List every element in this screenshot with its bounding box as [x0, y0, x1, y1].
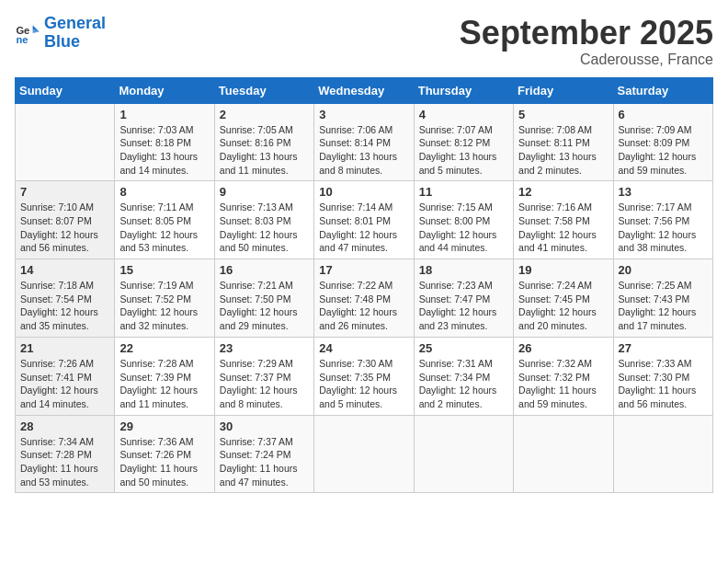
day-info: Sunrise: 7:18 AM Sunset: 7:54 PM Dayligh…: [20, 279, 109, 333]
calendar-cell: [613, 415, 712, 493]
day-info: Sunrise: 7:06 AM Sunset: 8:14 PM Dayligh…: [319, 123, 408, 178]
calendar-cell: 12Sunrise: 7:16 AM Sunset: 7:58 PM Dayli…: [514, 181, 613, 259]
logo-text-blue: Blue: [44, 32, 80, 51]
calendar-cell: 5Sunrise: 7:08 AM Sunset: 8:11 PM Daylig…: [514, 103, 613, 181]
day-info: Sunrise: 7:26 AM Sunset: 7:41 PM Dayligh…: [20, 357, 109, 411]
day-number: 16: [220, 263, 309, 277]
header-cell-saturday: Saturday: [613, 77, 712, 103]
week-row-1: 7Sunrise: 7:10 AM Sunset: 8:07 PM Daylig…: [16, 181, 713, 259]
day-number: 6: [619, 108, 708, 121]
calendar-cell: 29Sunrise: 7:36 AM Sunset: 7:26 PM Dayli…: [115, 415, 214, 493]
day-number: 30: [220, 419, 309, 433]
day-info: Sunrise: 7:34 AM Sunset: 7:28 PM Dayligh…: [20, 435, 109, 489]
day-number: 2: [220, 108, 309, 121]
day-number: 8: [119, 185, 209, 199]
calendar-cell: 20Sunrise: 7:25 AM Sunset: 7:43 PM Dayli…: [613, 259, 712, 338]
day-info: Sunrise: 7:08 AM Sunset: 8:11 PM Dayligh…: [518, 123, 608, 178]
calendar-cell: 1Sunrise: 7:03 AM Sunset: 8:18 PM Daylig…: [115, 103, 214, 181]
calendar-cell: 6Sunrise: 7:09 AM Sunset: 8:09 PM Daylig…: [613, 103, 712, 181]
day-info: Sunrise: 7:16 AM Sunset: 7:58 PM Dayligh…: [518, 201, 608, 255]
calendar-cell: 24Sunrise: 7:30 AM Sunset: 7:35 PM Dayli…: [314, 337, 414, 415]
day-info: Sunrise: 7:21 AM Sunset: 7:50 PM Dayligh…: [220, 279, 309, 333]
day-info: Sunrise: 7:19 AM Sunset: 7:52 PM Dayligh…: [119, 279, 209, 333]
calendar-cell: 9Sunrise: 7:13 AM Sunset: 8:03 PM Daylig…: [214, 181, 313, 259]
header-cell-sunday: Sunday: [16, 77, 115, 103]
day-number: 15: [119, 263, 209, 277]
day-number: 10: [319, 185, 408, 199]
calendar-cell: 17Sunrise: 7:22 AM Sunset: 7:48 PM Dayli…: [314, 259, 414, 338]
day-number: 25: [419, 341, 508, 355]
day-info: Sunrise: 7:33 AM Sunset: 7:30 PM Dayligh…: [619, 357, 708, 411]
calendar-cell: [314, 415, 414, 493]
day-number: 26: [518, 341, 608, 355]
calendar-cell: 11Sunrise: 7:15 AM Sunset: 8:00 PM Dayli…: [414, 181, 513, 259]
day-info: Sunrise: 7:37 AM Sunset: 7:24 PM Dayligh…: [220, 435, 309, 489]
week-row-3: 21Sunrise: 7:26 AM Sunset: 7:41 PM Dayli…: [16, 337, 713, 415]
day-number: 27: [619, 341, 708, 355]
day-number: 20: [619, 263, 708, 277]
title-area: September 2025 Caderousse, France: [460, 15, 713, 68]
calendar-cell: 13Sunrise: 7:17 AM Sunset: 7:56 PM Dayli…: [613, 181, 712, 259]
calendar-cell: 27Sunrise: 7:33 AM Sunset: 7:30 PM Dayli…: [613, 337, 712, 415]
header-cell-tuesday: Tuesday: [214, 77, 313, 103]
calendar-cell: 3Sunrise: 7:06 AM Sunset: 8:14 PM Daylig…: [314, 103, 414, 181]
header-cell-wednesday: Wednesday: [314, 77, 414, 103]
calendar-cell: 30Sunrise: 7:37 AM Sunset: 7:24 PM Dayli…: [214, 415, 313, 493]
calendar-cell: 18Sunrise: 7:23 AM Sunset: 7:47 PM Dayli…: [414, 259, 513, 338]
day-number: 23: [220, 341, 309, 355]
calendar-header: SundayMondayTuesdayWednesdayThursdayFrid…: [16, 77, 713, 103]
calendar-cell: 15Sunrise: 7:19 AM Sunset: 7:52 PM Dayli…: [115, 259, 214, 338]
calendar-cell: 4Sunrise: 7:07 AM Sunset: 8:12 PM Daylig…: [414, 103, 513, 181]
day-number: 3: [319, 108, 408, 121]
day-info: Sunrise: 7:07 AM Sunset: 8:12 PM Dayligh…: [419, 123, 508, 178]
calendar-cell: 25Sunrise: 7:31 AM Sunset: 7:34 PM Dayli…: [414, 337, 513, 415]
calendar-cell: 19Sunrise: 7:24 AM Sunset: 7:45 PM Dayli…: [514, 259, 613, 338]
calendar-cell: 22Sunrise: 7:28 AM Sunset: 7:39 PM Dayli…: [115, 337, 214, 415]
calendar-cell: 2Sunrise: 7:05 AM Sunset: 8:16 PM Daylig…: [214, 103, 313, 181]
calendar-cell: [514, 415, 613, 493]
day-info: Sunrise: 7:32 AM Sunset: 7:32 PM Dayligh…: [518, 357, 608, 411]
day-info: Sunrise: 7:14 AM Sunset: 8:01 PM Dayligh…: [319, 201, 408, 255]
calendar-body: 1Sunrise: 7:03 AM Sunset: 8:18 PM Daylig…: [16, 103, 713, 493]
logo: Ge ne General Blue: [15, 15, 106, 52]
calendar-cell: 21Sunrise: 7:26 AM Sunset: 7:41 PM Dayli…: [16, 337, 115, 415]
calendar-cell: 7Sunrise: 7:10 AM Sunset: 8:07 PM Daylig…: [16, 181, 115, 259]
week-row-4: 28Sunrise: 7:34 AM Sunset: 7:28 PM Dayli…: [16, 415, 713, 493]
day-info: Sunrise: 7:24 AM Sunset: 7:45 PM Dayligh…: [518, 279, 608, 333]
header-cell-thursday: Thursday: [414, 77, 513, 103]
day-number: 17: [319, 263, 408, 277]
day-info: Sunrise: 7:15 AM Sunset: 8:00 PM Dayligh…: [419, 201, 508, 255]
logo-text-general: General: [44, 14, 106, 32]
calendar-cell: 28Sunrise: 7:34 AM Sunset: 7:28 PM Dayli…: [16, 415, 115, 493]
day-info: Sunrise: 7:28 AM Sunset: 7:39 PM Dayligh…: [119, 357, 209, 411]
week-row-2: 14Sunrise: 7:18 AM Sunset: 7:54 PM Dayli…: [16, 259, 713, 338]
day-info: Sunrise: 7:13 AM Sunset: 8:03 PM Dayligh…: [220, 201, 309, 255]
day-number: 4: [419, 108, 508, 121]
day-number: 5: [518, 108, 608, 121]
day-info: Sunrise: 7:23 AM Sunset: 7:47 PM Dayligh…: [419, 279, 508, 333]
day-number: 14: [20, 263, 109, 277]
day-number: 13: [619, 185, 708, 199]
day-info: Sunrise: 7:10 AM Sunset: 8:07 PM Dayligh…: [20, 201, 109, 255]
day-info: Sunrise: 7:36 AM Sunset: 7:26 PM Dayligh…: [119, 435, 209, 489]
calendar-cell: [414, 415, 513, 493]
calendar-cell: 26Sunrise: 7:32 AM Sunset: 7:32 PM Dayli…: [514, 337, 613, 415]
calendar-cell: 14Sunrise: 7:18 AM Sunset: 7:54 PM Dayli…: [16, 259, 115, 338]
day-info: Sunrise: 7:09 AM Sunset: 8:09 PM Dayligh…: [619, 123, 708, 178]
day-number: 24: [319, 341, 408, 355]
header-row: SundayMondayTuesdayWednesdayThursdayFrid…: [16, 77, 713, 103]
week-row-0: 1Sunrise: 7:03 AM Sunset: 8:18 PM Daylig…: [16, 103, 713, 181]
header-cell-monday: Monday: [115, 77, 214, 103]
header: Ge ne General Blue September 2025 Cadero…: [15, 15, 713, 68]
location-title: Caderousse, France: [460, 52, 713, 68]
calendar-cell: 16Sunrise: 7:21 AM Sunset: 7:50 PM Dayli…: [214, 259, 313, 338]
day-number: 12: [518, 185, 608, 199]
day-info: Sunrise: 7:03 AM Sunset: 8:18 PM Dayligh…: [119, 123, 209, 178]
day-info: Sunrise: 7:29 AM Sunset: 7:37 PM Dayligh…: [220, 357, 309, 411]
day-number: 21: [20, 341, 109, 355]
day-info: Sunrise: 7:30 AM Sunset: 7:35 PM Dayligh…: [319, 357, 408, 411]
calendar-table: SundayMondayTuesdayWednesdayThursdayFrid…: [15, 77, 713, 494]
calendar-cell: 8Sunrise: 7:11 AM Sunset: 8:05 PM Daylig…: [115, 181, 214, 259]
day-number: 19: [518, 263, 608, 277]
day-number: 28: [20, 419, 109, 433]
